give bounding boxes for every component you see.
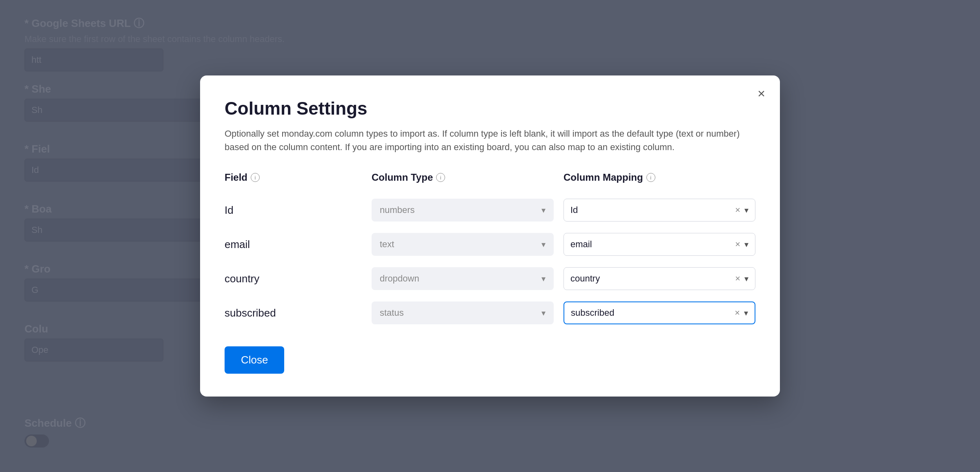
field-subscribed: subscribed (225, 307, 372, 319)
clear-icon[interactable]: × (735, 308, 740, 318)
column-type-select-email[interactable]: text ▾ (372, 233, 554, 256)
modal-overlay: × Column Settings Optionally set monday.… (0, 0, 980, 472)
field-country: country (225, 273, 372, 285)
header-column-mapping: Column Mapping i (564, 172, 755, 183)
table-row: email text ▾ email × ▾ (225, 227, 755, 261)
table-header: Field i Column Type i Column Mapping i (225, 172, 755, 190)
field-info-icon[interactable]: i (251, 173, 260, 182)
chevron-down-icon[interactable]: ▾ (744, 274, 748, 284)
column-mapping-input-id[interactable]: Id × ▾ (564, 199, 755, 222)
clear-icon[interactable]: × (735, 239, 740, 250)
table-row: Id numbers ▾ Id × ▾ (225, 193, 755, 227)
column-type-select-id[interactable]: numbers ▾ (372, 199, 554, 222)
chevron-down-icon[interactable]: ▾ (744, 308, 748, 318)
close-button[interactable]: Close (225, 346, 284, 374)
chevron-down-icon[interactable]: ▾ (744, 239, 748, 249)
table-row: subscribed status ▾ subscribed × ▾ (225, 296, 755, 330)
modal-close-button[interactable]: × (757, 87, 765, 100)
field-email: email (225, 238, 372, 251)
chevron-down-icon: ▾ (541, 205, 546, 215)
column-type-select-country[interactable]: dropdown ▾ (372, 267, 554, 290)
field-id: Id (225, 204, 372, 217)
column-type-info-icon[interactable]: i (436, 173, 445, 182)
clear-icon[interactable]: × (735, 273, 740, 284)
column-mapping-input-email[interactable]: email × ▾ (564, 233, 755, 256)
column-mapping-input-subscribed[interactable]: subscribed × ▾ (564, 301, 755, 324)
chevron-down-icon: ▾ (541, 274, 546, 284)
column-mapping-input-country[interactable]: country × ▾ (564, 267, 755, 290)
header-field: Field i (225, 172, 372, 183)
chevron-down-icon: ▾ (541, 239, 546, 249)
clear-icon[interactable]: × (735, 205, 740, 215)
modal-title: Column Settings (225, 98, 755, 119)
chevron-down-icon[interactable]: ▾ (744, 205, 748, 215)
modal-description: Optionally set monday.com column types t… (225, 127, 747, 154)
header-column-type: Column Type i (372, 172, 564, 183)
column-mapping-info-icon[interactable]: i (646, 173, 655, 182)
column-settings-modal: × Column Settings Optionally set monday.… (200, 75, 780, 397)
column-type-select-subscribed[interactable]: status ▾ (372, 301, 554, 324)
chevron-down-icon: ▾ (541, 308, 546, 318)
table-row: country dropdown ▾ country × ▾ (225, 261, 755, 296)
